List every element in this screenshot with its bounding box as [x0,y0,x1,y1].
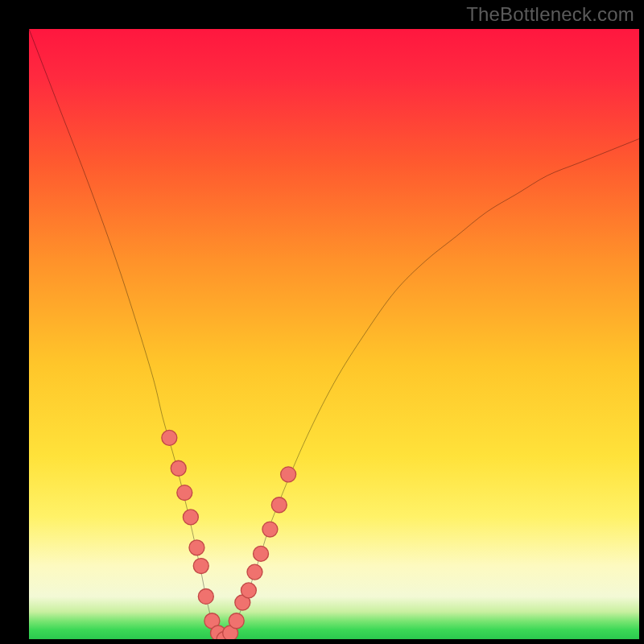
marker-dot [254,546,269,561]
chart-panel [29,29,639,639]
stage: TheBottleneck.com [0,0,644,644]
marker-dot [229,613,244,629]
marker-dot [189,540,204,555]
chart-svg [29,29,639,639]
marker-dot [193,559,208,574]
marker-dot [183,510,198,525]
marker-dot [241,583,256,598]
bottleneck-curve [29,29,639,639]
curve-markers [162,430,296,639]
marker-dot [171,460,186,476]
marker-dot [247,564,262,580]
marker-dot [162,430,177,445]
marker-dot [262,522,278,537]
marker-dot [198,588,213,604]
marker-dot [271,497,287,513]
watermark-text: TheBottleneck.com [466,3,634,26]
marker-dot [177,485,192,501]
marker-dot [281,467,296,482]
